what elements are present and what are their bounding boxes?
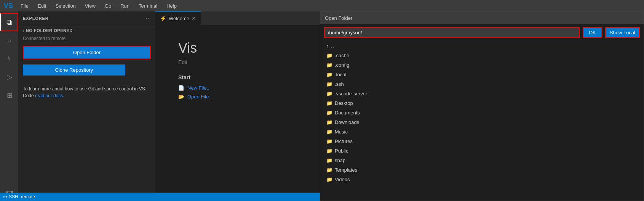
sidebar-action-menu[interactable]: ··· [146, 15, 151, 22]
folder-icon: 📁 [326, 119, 332, 125]
file-name: Downloads [335, 119, 359, 125]
title-bar: VS File Edit Selection View Go Run Termi… [0, 0, 644, 11]
no-folder-label: › NO FOLDER OPENED [23, 28, 151, 33]
menu-terminal[interactable]: Terminal [137, 2, 159, 10]
file-list-item[interactable]: 📁.cache [320, 51, 644, 60]
tab-welcome[interactable]: ⚡ Welcome ✕ [155, 11, 201, 25]
file-name: Templates [335, 167, 357, 173]
folder-icon: 📁 [326, 110, 332, 116]
activity-run[interactable]: ▷ [0, 68, 18, 86]
connected-label: Connected to remote. [23, 36, 151, 41]
menu-selection[interactable]: Selection [54, 2, 77, 10]
open-file-icon: 📂 [178, 94, 184, 100]
open-folder-button[interactable]: Open Folder [23, 46, 151, 59]
file-list-item[interactable]: 📁Videos [320, 175, 644, 184]
activity-extensions[interactable]: ⊞ [0, 86, 18, 105]
folder-icon: 📁 [326, 53, 332, 58]
folder-icon: 📁 [326, 81, 332, 87]
sidebar-title: EXPLORER [23, 16, 49, 21]
dialog-path-input[interactable] [324, 27, 580, 38]
menu-file[interactable]: File [19, 2, 30, 10]
file-name: .vscode-server [335, 91, 367, 96]
file-name: Public [335, 148, 348, 154]
folder-icon: 📁 [326, 91, 332, 96]
file-list-item[interactable]: 📁.ssh [320, 79, 644, 89]
folder-icon: 📁 [326, 129, 332, 135]
file-list-item[interactable]: 📁Documents [320, 108, 644, 117]
file-list-item[interactable]: 📁Templates [320, 165, 644, 175]
folder-icon: 📁 [326, 62, 332, 68]
dialog-ok-button[interactable]: OK [583, 27, 602, 38]
file-list-item[interactable]: 📁snap [320, 156, 644, 165]
activity-explorer[interactable]: ⧉ [0, 13, 18, 31]
tab-welcome-label: Welcome [169, 16, 189, 21]
folder-icon: 📁 [326, 167, 332, 173]
folder-icon: 📁 [326, 177, 332, 182]
file-list-item[interactable]: 📁Downloads [320, 117, 644, 127]
file-name: .local [335, 72, 346, 77]
file-list-item[interactable]: 📁.config [320, 60, 644, 70]
menu-help[interactable]: Help [165, 2, 178, 10]
folder-icon: ↑ [326, 43, 329, 49]
read-docs-link[interactable]: read our docs [35, 93, 63, 98]
folder-icon: 📁 [326, 138, 332, 144]
file-name: .config [335, 62, 349, 68]
folder-icon: 📁 [326, 72, 332, 77]
dialog-title: Open Folder [325, 15, 352, 21]
activity-search[interactable]: ⌕ [0, 31, 18, 50]
file-name: snap [335, 158, 345, 163]
file-name: Desktop [335, 100, 353, 106]
new-file-icon: 📄 [178, 85, 184, 91]
folder-icon: 📁 [326, 158, 332, 163]
file-name: .cache [335, 53, 349, 58]
learn-more-text: To learn more about how to use Git and s… [23, 85, 151, 99]
dialog-header: OK Show Local [320, 24, 644, 41]
file-list-item[interactable]: 📁.vscode-server [320, 89, 644, 98]
file-name: Music [335, 129, 348, 135]
menu-run[interactable]: Run [119, 2, 131, 10]
dialog-title-bar: Open Folder [320, 12, 644, 24]
folder-icon: 📁 [326, 148, 332, 154]
remote-status[interactable]: ⊶ SSH: remote [3, 194, 35, 199]
file-list-item[interactable]: 📁Desktop [320, 98, 644, 108]
menu-edit[interactable]: Edit [36, 2, 48, 10]
folder-icon: 📁 [326, 100, 332, 106]
clone-section: Clone Repository [23, 64, 151, 81]
dialog-show-local-button[interactable]: Show Local [605, 27, 640, 38]
file-list-item[interactable]: 📁Music [320, 127, 644, 137]
menu-go[interactable]: Go [103, 2, 113, 10]
open-folder-dialog: Open Folder OK Show Local ↑..📁.cache📁.co… [320, 11, 644, 201]
tab-close-button[interactable]: ✕ [192, 15, 196, 21]
dialog-file-list: ↑..📁.cache📁.config📁.local📁.ssh📁.vscode-s… [320, 41, 644, 201]
file-list-item[interactable]: ↑.. [320, 41, 644, 51]
tab-welcome-icon: ⚡ [160, 15, 166, 21]
file-list-item[interactable]: 📁Public [320, 146, 644, 156]
file-name: .ssh [335, 81, 344, 87]
activity-bar: ⧉ ⌕ ⑂ ▷ ⊞ ⊶ [0, 11, 18, 201]
no-folder-section: › NO FOLDER OPENED Connected to remote. … [18, 25, 155, 102]
file-name: Documents [335, 110, 360, 116]
sidebar-header: EXPLORER ··· [18, 11, 155, 25]
file-list-item[interactable]: 📁.local [320, 70, 644, 79]
file-name: .. [331, 43, 334, 49]
vscode-logo: VS [4, 2, 13, 10]
clone-repository-button[interactable]: Clone Repository [23, 64, 125, 76]
file-name: Videos [335, 177, 350, 182]
file-list-item[interactable]: 📁Pictures [320, 137, 644, 146]
menu-view[interactable]: View [83, 2, 97, 10]
activity-git[interactable]: ⑂ [0, 50, 18, 68]
sidebar: EXPLORER ··· › NO FOLDER OPENED Connecte… [18, 11, 155, 201]
file-name: Pictures [335, 138, 353, 144]
